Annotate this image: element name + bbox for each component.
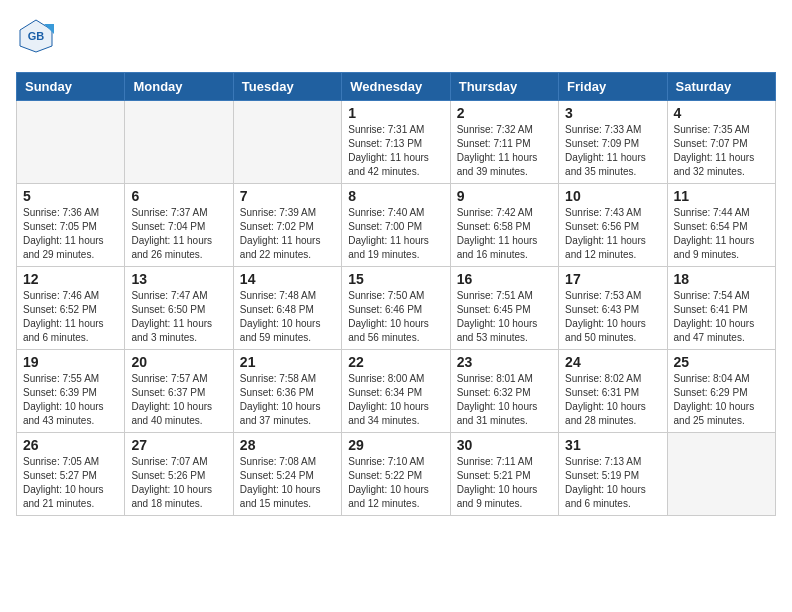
day-of-week-header: Sunday [17,73,125,101]
day-number: 5 [23,188,118,204]
day-number: 8 [348,188,443,204]
day-info: Sunrise: 7:55 AM Sunset: 6:39 PM Dayligh… [23,372,118,428]
day-info: Sunrise: 7:33 AM Sunset: 7:09 PM Dayligh… [565,123,660,179]
calendar-cell: 27Sunrise: 7:07 AM Sunset: 5:26 PM Dayli… [125,433,233,516]
day-number: 18 [674,271,769,287]
day-number: 27 [131,437,226,453]
calendar-cell: 28Sunrise: 7:08 AM Sunset: 5:24 PM Dayli… [233,433,341,516]
logo-icon: GB [16,16,56,60]
day-number: 13 [131,271,226,287]
day-info: Sunrise: 7:37 AM Sunset: 7:04 PM Dayligh… [131,206,226,262]
calendar-cell [667,433,775,516]
calendar-week-row: 26Sunrise: 7:05 AM Sunset: 5:27 PM Dayli… [17,433,776,516]
day-number: 2 [457,105,552,121]
day-info: Sunrise: 7:50 AM Sunset: 6:46 PM Dayligh… [348,289,443,345]
day-info: Sunrise: 7:47 AM Sunset: 6:50 PM Dayligh… [131,289,226,345]
day-info: Sunrise: 7:31 AM Sunset: 7:13 PM Dayligh… [348,123,443,179]
day-info: Sunrise: 7:54 AM Sunset: 6:41 PM Dayligh… [674,289,769,345]
calendar-cell: 16Sunrise: 7:51 AM Sunset: 6:45 PM Dayli… [450,267,558,350]
day-info: Sunrise: 7:51 AM Sunset: 6:45 PM Dayligh… [457,289,552,345]
calendar-cell: 19Sunrise: 7:55 AM Sunset: 6:39 PM Dayli… [17,350,125,433]
day-info: Sunrise: 7:10 AM Sunset: 5:22 PM Dayligh… [348,455,443,511]
day-info: Sunrise: 7:32 AM Sunset: 7:11 PM Dayligh… [457,123,552,179]
day-info: Sunrise: 7:36 AM Sunset: 7:05 PM Dayligh… [23,206,118,262]
day-info: Sunrise: 7:58 AM Sunset: 6:36 PM Dayligh… [240,372,335,428]
calendar-cell: 30Sunrise: 7:11 AM Sunset: 5:21 PM Dayli… [450,433,558,516]
calendar-cell [125,101,233,184]
day-number: 11 [674,188,769,204]
calendar-cell: 31Sunrise: 7:13 AM Sunset: 5:19 PM Dayli… [559,433,667,516]
day-info: Sunrise: 7:42 AM Sunset: 6:58 PM Dayligh… [457,206,552,262]
day-number: 16 [457,271,552,287]
calendar-cell: 13Sunrise: 7:47 AM Sunset: 6:50 PM Dayli… [125,267,233,350]
day-info: Sunrise: 7:57 AM Sunset: 6:37 PM Dayligh… [131,372,226,428]
calendar-cell: 10Sunrise: 7:43 AM Sunset: 6:56 PM Dayli… [559,184,667,267]
day-number: 19 [23,354,118,370]
calendar-week-row: 19Sunrise: 7:55 AM Sunset: 6:39 PM Dayli… [17,350,776,433]
calendar-cell: 22Sunrise: 8:00 AM Sunset: 6:34 PM Dayli… [342,350,450,433]
day-number: 7 [240,188,335,204]
logo: GB [16,16,60,60]
calendar-cell: 26Sunrise: 7:05 AM Sunset: 5:27 PM Dayli… [17,433,125,516]
calendar-week-row: 12Sunrise: 7:46 AM Sunset: 6:52 PM Dayli… [17,267,776,350]
calendar-cell: 18Sunrise: 7:54 AM Sunset: 6:41 PM Dayli… [667,267,775,350]
calendar-cell: 24Sunrise: 8:02 AM Sunset: 6:31 PM Dayli… [559,350,667,433]
calendar-cell: 25Sunrise: 8:04 AM Sunset: 6:29 PM Dayli… [667,350,775,433]
day-number: 10 [565,188,660,204]
calendar-cell: 6Sunrise: 7:37 AM Sunset: 7:04 PM Daylig… [125,184,233,267]
day-of-week-header: Wednesday [342,73,450,101]
day-number: 25 [674,354,769,370]
calendar-cell: 11Sunrise: 7:44 AM Sunset: 6:54 PM Dayli… [667,184,775,267]
day-info: Sunrise: 7:43 AM Sunset: 6:56 PM Dayligh… [565,206,660,262]
day-info: Sunrise: 8:01 AM Sunset: 6:32 PM Dayligh… [457,372,552,428]
day-number: 23 [457,354,552,370]
day-info: Sunrise: 8:00 AM Sunset: 6:34 PM Dayligh… [348,372,443,428]
calendar-cell: 1Sunrise: 7:31 AM Sunset: 7:13 PM Daylig… [342,101,450,184]
day-info: Sunrise: 8:02 AM Sunset: 6:31 PM Dayligh… [565,372,660,428]
day-number: 26 [23,437,118,453]
day-number: 15 [348,271,443,287]
day-number: 31 [565,437,660,453]
calendar-cell: 14Sunrise: 7:48 AM Sunset: 6:48 PM Dayli… [233,267,341,350]
day-number: 30 [457,437,552,453]
calendar-cell: 29Sunrise: 7:10 AM Sunset: 5:22 PM Dayli… [342,433,450,516]
calendar-cell: 8Sunrise: 7:40 AM Sunset: 7:00 PM Daylig… [342,184,450,267]
day-number: 4 [674,105,769,121]
day-info: Sunrise: 7:39 AM Sunset: 7:02 PM Dayligh… [240,206,335,262]
day-info: Sunrise: 7:48 AM Sunset: 6:48 PM Dayligh… [240,289,335,345]
calendar-cell: 9Sunrise: 7:42 AM Sunset: 6:58 PM Daylig… [450,184,558,267]
day-number: 14 [240,271,335,287]
day-number: 28 [240,437,335,453]
day-info: Sunrise: 7:40 AM Sunset: 7:00 PM Dayligh… [348,206,443,262]
calendar-cell [233,101,341,184]
day-number: 17 [565,271,660,287]
day-number: 1 [348,105,443,121]
day-info: Sunrise: 7:44 AM Sunset: 6:54 PM Dayligh… [674,206,769,262]
calendar-cell: 7Sunrise: 7:39 AM Sunset: 7:02 PM Daylig… [233,184,341,267]
svg-text:GB: GB [28,30,45,42]
day-number: 21 [240,354,335,370]
day-of-week-header: Thursday [450,73,558,101]
day-info: Sunrise: 7:08 AM Sunset: 5:24 PM Dayligh… [240,455,335,511]
day-number: 29 [348,437,443,453]
day-of-week-header: Saturday [667,73,775,101]
calendar-table: SundayMondayTuesdayWednesdayThursdayFrid… [16,72,776,516]
calendar-header-row: SundayMondayTuesdayWednesdayThursdayFrid… [17,73,776,101]
day-info: Sunrise: 7:07 AM Sunset: 5:26 PM Dayligh… [131,455,226,511]
calendar-cell [17,101,125,184]
calendar-week-row: 1Sunrise: 7:31 AM Sunset: 7:13 PM Daylig… [17,101,776,184]
day-number: 6 [131,188,226,204]
calendar-week-row: 5Sunrise: 7:36 AM Sunset: 7:05 PM Daylig… [17,184,776,267]
day-of-week-header: Monday [125,73,233,101]
day-number: 20 [131,354,226,370]
day-number: 9 [457,188,552,204]
day-info: Sunrise: 7:35 AM Sunset: 7:07 PM Dayligh… [674,123,769,179]
calendar-cell: 3Sunrise: 7:33 AM Sunset: 7:09 PM Daylig… [559,101,667,184]
calendar-cell: 17Sunrise: 7:53 AM Sunset: 6:43 PM Dayli… [559,267,667,350]
calendar-cell: 15Sunrise: 7:50 AM Sunset: 6:46 PM Dayli… [342,267,450,350]
calendar-cell: 21Sunrise: 7:58 AM Sunset: 6:36 PM Dayli… [233,350,341,433]
calendar-cell: 20Sunrise: 7:57 AM Sunset: 6:37 PM Dayli… [125,350,233,433]
calendar-cell: 23Sunrise: 8:01 AM Sunset: 6:32 PM Dayli… [450,350,558,433]
day-info: Sunrise: 7:13 AM Sunset: 5:19 PM Dayligh… [565,455,660,511]
day-info: Sunrise: 7:11 AM Sunset: 5:21 PM Dayligh… [457,455,552,511]
